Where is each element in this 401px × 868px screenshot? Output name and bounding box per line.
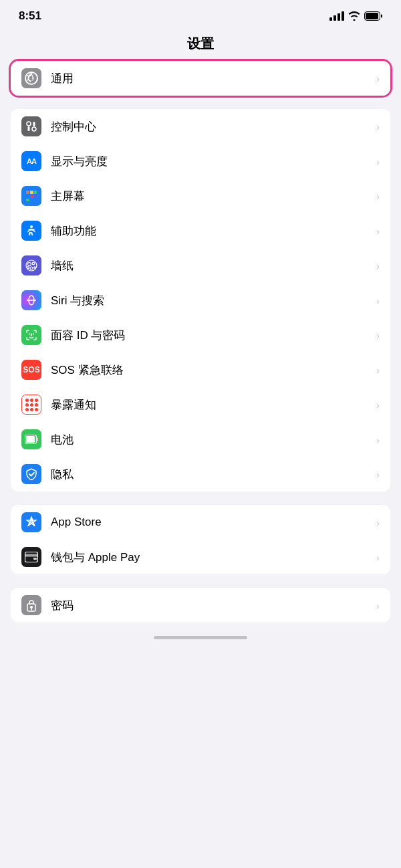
control-center-chevron: › bbox=[376, 121, 380, 132]
siri-icon bbox=[21, 290, 41, 310]
status-icons bbox=[329, 11, 382, 21]
settings-item-wallet[interactable]: 钱包与 Apple Pay › bbox=[11, 540, 390, 574]
svg-point-3 bbox=[32, 127, 36, 131]
wallet-chevron: › bbox=[376, 552, 380, 563]
privacy-label: 隐私 bbox=[51, 467, 371, 482]
password-label: 密码 bbox=[51, 598, 371, 613]
control-center-label: 控制中心 bbox=[51, 119, 371, 134]
appstore-chevron: › bbox=[376, 517, 380, 528]
battery-chevron: › bbox=[376, 434, 380, 445]
exposure-label: 暴露通知 bbox=[51, 397, 371, 413]
appstore-icon bbox=[21, 512, 41, 532]
svg-rect-9 bbox=[26, 195, 29, 198]
settings-item-exposure[interactable]: 暴露通知 › bbox=[11, 387, 390, 422]
exposure-icon bbox=[21, 395, 41, 415]
faceid-icon bbox=[21, 325, 41, 345]
sos-icon: SOS bbox=[21, 360, 41, 380]
svg-rect-5 bbox=[28, 126, 30, 131]
svg-rect-12 bbox=[26, 199, 29, 201]
faceid-label: 面容 ID 与密码 bbox=[51, 328, 371, 343]
wallet-label: 钱包与 Apple Pay bbox=[51, 550, 371, 565]
svg-rect-25 bbox=[25, 552, 38, 562]
svg-rect-1 bbox=[366, 13, 378, 19]
wallpaper-chevron: › bbox=[376, 260, 380, 272]
settings-item-appstore[interactable]: App Store › bbox=[11, 505, 390, 540]
status-bar: 8:51 bbox=[0, 0, 401, 29]
svg-point-2 bbox=[27, 122, 31, 126]
settings-item-home-screen[interactable]: 主屏幕 › bbox=[11, 179, 390, 213]
settings-group-1: 通用 › bbox=[11, 61, 390, 96]
accessibility-label: 辅助功能 bbox=[51, 223, 371, 239]
wifi-icon bbox=[348, 11, 360, 21]
battery-label: 电池 bbox=[51, 432, 371, 447]
svg-point-18 bbox=[30, 267, 33, 269]
svg-rect-7 bbox=[30, 191, 33, 194]
svg-rect-13 bbox=[30, 199, 33, 201]
display-icon: AA bbox=[21, 151, 41, 171]
accessibility-chevron: › bbox=[376, 225, 380, 237]
settings-item-display[interactable]: AA 显示与亮度 › bbox=[11, 144, 390, 179]
signal-icon bbox=[329, 11, 344, 21]
home-bar bbox=[154, 636, 247, 639]
settings-item-password[interactable]: 密码 › bbox=[11, 588, 390, 623]
settings-item-privacy[interactable]: 隐私 › bbox=[11, 457, 390, 492]
exposure-chevron: › bbox=[376, 399, 380, 411]
svg-point-20 bbox=[34, 267, 35, 268]
home-screen-icon bbox=[21, 186, 41, 206]
settings-group-3: App Store › 钱包与 Apple Pay › bbox=[11, 505, 390, 574]
svg-rect-26 bbox=[25, 554, 38, 557]
settings-item-accessibility[interactable]: 辅助功能 › bbox=[11, 213, 390, 248]
svg-rect-11 bbox=[34, 195, 37, 198]
appstore-label: App Store bbox=[51, 516, 371, 529]
settings-item-control-center[interactable]: 控制中心 › bbox=[11, 109, 390, 144]
password-icon bbox=[21, 595, 41, 615]
home-screen-label: 主屏幕 bbox=[51, 189, 371, 204]
battery-icon bbox=[364, 11, 382, 21]
privacy-icon bbox=[21, 464, 41, 484]
svg-point-17 bbox=[32, 262, 35, 265]
page-title: 设置 bbox=[0, 29, 401, 61]
wallet-icon bbox=[21, 547, 41, 567]
settings-item-general[interactable]: 通用 › bbox=[11, 61, 390, 96]
svg-point-14 bbox=[30, 225, 33, 228]
general-chevron: › bbox=[376, 73, 380, 84]
settings-item-battery[interactable]: 电池 › bbox=[11, 422, 390, 457]
wallpaper-label: 墙纸 bbox=[51, 258, 371, 274]
home-screen-chevron: › bbox=[376, 191, 380, 202]
accessibility-icon bbox=[21, 221, 41, 241]
svg-point-19 bbox=[27, 267, 29, 269]
siri-label: Siri 与搜索 bbox=[51, 293, 371, 308]
svg-rect-4 bbox=[33, 122, 35, 126]
svg-rect-24 bbox=[26, 436, 35, 443]
display-chevron: › bbox=[376, 156, 380, 167]
svg-rect-6 bbox=[26, 191, 29, 194]
password-chevron: › bbox=[376, 600, 380, 611]
settings-item-faceid[interactable]: 面容 ID 与密码 › bbox=[11, 318, 390, 352]
status-time: 8:51 bbox=[19, 9, 41, 23]
settings-item-sos[interactable]: SOS SOS 紧急联络 › bbox=[11, 352, 390, 387]
privacy-chevron: › bbox=[376, 469, 380, 480]
sos-label: SOS 紧急联络 bbox=[51, 362, 371, 378]
partial-group: 密码 › bbox=[11, 588, 390, 623]
control-center-icon bbox=[21, 116, 41, 136]
home-indicator bbox=[0, 623, 401, 642]
battery-icon-item bbox=[21, 429, 41, 449]
faceid-chevron: › bbox=[376, 330, 380, 341]
settings-group-2: 控制中心 › AA 显示与亮度 › 主屏幕 › bbox=[11, 109, 390, 492]
siri-chevron: › bbox=[376, 295, 380, 306]
settings-item-wallpaper[interactable]: 墙纸 › bbox=[11, 248, 390, 283]
display-label: 显示与亮度 bbox=[51, 154, 371, 169]
sos-chevron: › bbox=[376, 364, 380, 376]
svg-rect-10 bbox=[30, 195, 33, 198]
svg-point-16 bbox=[28, 263, 31, 266]
general-icon bbox=[21, 68, 41, 88]
settings-item-siri[interactable]: Siri 与搜索 › bbox=[11, 283, 390, 318]
svg-rect-8 bbox=[34, 191, 37, 194]
general-label: 通用 bbox=[51, 71, 371, 86]
wallpaper-icon bbox=[21, 255, 41, 276]
svg-rect-27 bbox=[33, 558, 37, 560]
